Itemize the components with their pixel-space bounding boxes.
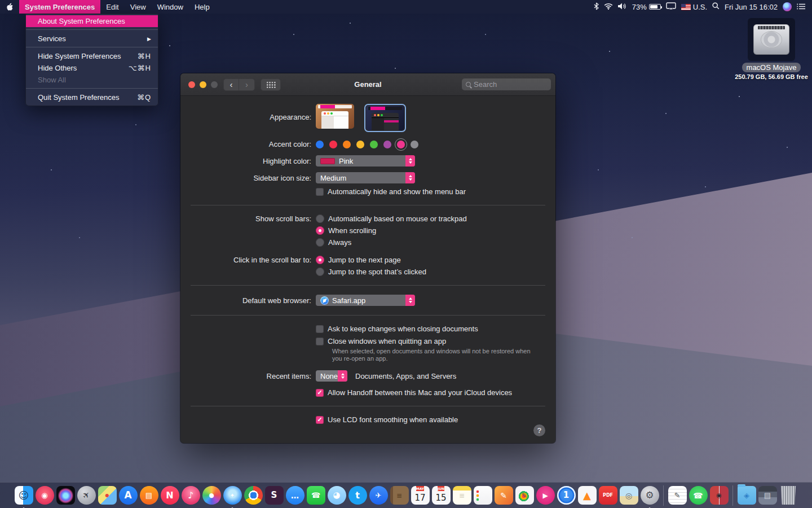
radio-scrollbars-always[interactable]: Always <box>316 238 351 247</box>
dock-item-pixelmator-pro[interactable]: ✎ <box>515 486 534 505</box>
appearance-dark-option-selected[interactable] <box>364 104 406 132</box>
screenshots-stack-icon: ▤ <box>758 486 777 505</box>
dock-item-itunes[interactable]: ♪ <box>181 486 200 505</box>
accent-swatch-graphite[interactable] <box>411 141 418 148</box>
radio-jump-next-page[interactable]: Jump to the next page <box>316 256 401 264</box>
apple-menu[interactable] <box>0 0 19 14</box>
dock-item-twitter[interactable]: t <box>348 486 367 505</box>
dock-item-photos[interactable]: ● <box>202 486 221 505</box>
sidebar-size-popup[interactable]: Medium <box>316 172 415 183</box>
accent-swatch-blue[interactable] <box>316 141 324 148</box>
wifi-icon[interactable] <box>604 3 613 11</box>
help-button[interactable]: ? <box>533 424 545 436</box>
dock-item-preview[interactable]: ◎ <box>619 486 638 505</box>
pixelmator-icon: ✎ <box>495 486 513 505</box>
lcd-smoothing-checkbox[interactable]: ✓ Use LCD font smoothing when available <box>316 415 458 424</box>
slack-icon: S <box>265 486 284 505</box>
keep-changes-checkbox[interactable]: Ask to keep changes when closing documen… <box>316 325 478 333</box>
accent-swatch-orange[interactable] <box>343 141 351 148</box>
siri-icon[interactable] <box>783 2 792 11</box>
notification-center-icon[interactable] <box>797 3 805 11</box>
close-button[interactable] <box>188 81 195 88</box>
dock-item-screenshots-stack[interactable]: ▤ <box>758 486 777 505</box>
handoff-checkbox[interactable]: ✓ Allow Handoff between this Mac and you… <box>316 388 512 397</box>
dock-item-maps[interactable]: ● <box>98 486 117 505</box>
menubar-autohide-checkbox[interactable]: Automatically hide and show the menu bar <box>316 187 466 196</box>
menubar-clock[interactable]: Fri Jun 15 16:02 <box>725 3 778 11</box>
dock-item-slack[interactable]: S <box>264 486 284 505</box>
dock-item-skitch[interactable]: ▶ <box>536 486 555 505</box>
battery-status[interactable]: 73% <box>632 3 661 11</box>
checkbox-icon <box>316 325 324 333</box>
accent-swatch-green[interactable] <box>370 141 378 148</box>
highlight-color-popup[interactable]: Pink <box>316 155 415 167</box>
volume-icon[interactable] <box>618 3 627 11</box>
forward-button: › <box>239 78 255 91</box>
dock-item-dropbox-folder[interactable]: ◈ <box>737 486 756 505</box>
dock-item-1password[interactable]: 1 <box>557 486 576 505</box>
dock-item-vlc[interactable]: ▲ <box>577 486 597 505</box>
dock-item-news[interactable]: N <box>160 486 179 505</box>
window-titlebar[interactable]: ‹ › General Search <box>180 73 555 96</box>
airplay-icon[interactable] <box>666 2 676 11</box>
menubar-edit[interactable]: Edit <box>100 0 124 14</box>
dock-item-chrome[interactable] <box>244 486 263 505</box>
system-preferences-icon: ⚙ <box>641 486 659 505</box>
dock-item-contacts[interactable]: ≡ <box>390 486 409 505</box>
show-all-button[interactable] <box>261 78 281 91</box>
menubar-view[interactable]: View <box>125 0 152 14</box>
accent-swatch-purple[interactable] <box>383 141 391 148</box>
dock-item-twitterrific[interactable]: ◕ <box>327 486 346 505</box>
dock-item-books[interactable]: ▤ <box>139 486 158 505</box>
dock-item-launchpad[interactable]: ✈ <box>77 486 96 505</box>
menu-item-services[interactable]: Services▶ <box>26 33 158 45</box>
dock-item-pdf-expert[interactable]: PDF <box>598 486 617 505</box>
dock-item-finder[interactable]: ☺ <box>14 486 33 505</box>
close-windows-checkbox[interactable]: Close windows when quitting an app <box>316 337 446 345</box>
dock-item-reminders[interactable] <box>473 486 492 505</box>
appearance-light-option[interactable] <box>316 104 354 129</box>
spotlight-icon[interactable] <box>712 2 720 11</box>
accent-swatch-yellow[interactable] <box>356 141 364 148</box>
menubar-help[interactable]: Help <box>189 0 215 14</box>
dock-item-system-preferences[interactable]: ⚙ <box>640 486 659 505</box>
dock-item-textedit[interactable]: ✎ <box>668 486 687 505</box>
minimize-button[interactable] <box>200 81 206 88</box>
menu-item-hide-app[interactable]: Hide System Preferences⌘H <box>26 50 158 62</box>
dock-item-messages[interactable]: … <box>285 486 304 505</box>
menubar-app-menu[interactable]: System Preferences <box>19 0 100 14</box>
dock-item-calendar-jun[interactable]: JUN15 <box>431 486 451 505</box>
input-source[interactable]: U.S. <box>681 3 707 11</box>
dock-item-calendar-may[interactable]: MAY17 <box>411 486 430 505</box>
dock-item-whatsapp[interactable]: ☎ <box>689 486 708 505</box>
dock-item-pixelmator[interactable]: ✎ <box>494 486 513 505</box>
sidebar-size-label: Sidebar icon size: <box>180 174 316 182</box>
radio-jump-to-spot[interactable]: Jump to the spot that’s clicked <box>316 268 426 276</box>
radio-scrollbars-when-scrolling[interactable]: When scrolling <box>316 226 376 235</box>
bluetooth-icon[interactable] <box>594 2 599 12</box>
search-field[interactable]: Search <box>462 78 551 90</box>
desktop-volume-icon[interactable]: macOS Mojave 250.79 GB, 56.69 GB free <box>730 18 812 80</box>
dock-item-notes[interactable]: ≡ <box>452 486 471 505</box>
menubar-window[interactable]: Window <box>152 0 189 14</box>
dock-item-safari[interactable]: ✦ <box>223 486 242 505</box>
accent-swatch-red[interactable] <box>329 141 337 148</box>
menu-item-quit[interactable]: Quit System Preferences⌘Q <box>26 91 158 103</box>
radio-scrollbars-auto[interactable]: Automatically based on mouse or trackpad <box>316 214 467 223</box>
dock-item-siri[interactable] <box>56 486 75 505</box>
accent-swatch-pink[interactable] <box>397 141 405 148</box>
recent-items-popup[interactable]: None <box>316 370 347 382</box>
dock-item-app-store[interactable]: A <box>118 486 138 505</box>
radio-icon-selected <box>316 256 324 264</box>
back-button[interactable]: ‹ <box>223 78 239 91</box>
dock-item-trash[interactable] <box>779 486 798 505</box>
dock-item-screen-recorder[interactable]: ◉ <box>35 486 54 505</box>
dock-item-facetime[interactable]: ☎ <box>306 486 325 505</box>
default-browser-popup[interactable]: Safari.app <box>316 295 415 306</box>
menu-item-hide-others[interactable]: Hide Others⌥⌘H <box>26 62 158 74</box>
menu-item-about[interactable]: About System Preferences <box>26 15 158 27</box>
dock-item-spark[interactable]: ✈ <box>369 486 388 505</box>
dock-item-photo-booth[interactable]: ◉ <box>709 486 729 505</box>
reminders-icon <box>474 486 492 505</box>
chrome-icon <box>244 486 263 505</box>
